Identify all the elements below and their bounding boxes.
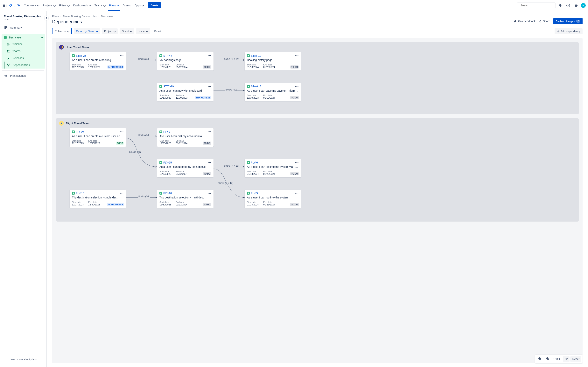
team-body: blocks (0d)blocks (+ < 1d)blocks (0d) ST… [56, 52, 579, 114]
breadcrumb-item[interactable]: Travel Booking Division plan [63, 15, 97, 18]
settings-icon[interactable] [573, 2, 579, 8]
review-count-badge: 2 [576, 20, 580, 23]
team-avatar: 🌙 [59, 45, 64, 50]
help-icon[interactable]: ? [565, 2, 571, 8]
issue-key[interactable]: STAY-7 [163, 54, 172, 57]
project-filter[interactable]: Project [102, 28, 118, 34]
card-menu-button[interactable]: ••• [120, 130, 124, 133]
reset-filters-button[interactable]: Reset [152, 28, 163, 34]
issue-filter[interactable]: Issue [136, 28, 150, 34]
issue-key[interactable]: FLY-6 [251, 161, 258, 164]
sidebar-item-dependencies[interactable]: Dependencies [4, 62, 45, 68]
review-changes-button[interactable]: Review changes 2 [553, 18, 583, 24]
jira-logo[interactable]: Jira [9, 3, 20, 8]
issue-card[interactable]: STAY-7 ••• My bookings page Start date 1… [157, 52, 214, 70]
nav-item-assets[interactable]: Assets [121, 2, 133, 8]
nav-item-filters[interactable]: Filters [57, 2, 71, 8]
start-date-value: 01/13/2024 [247, 66, 259, 68]
zoom-reset-button[interactable]: Reset [570, 356, 581, 362]
groupby-filter[interactable]: Group by: Team [74, 28, 100, 34]
team-name: Hotel Travel Team [66, 46, 89, 49]
nav-item-projects[interactable]: Projects [41, 2, 57, 8]
main-content: Plans / Travel Booking Division plan / B… [47, 11, 588, 367]
issue-key[interactable]: FLY-7 [163, 130, 170, 133]
issue-card[interactable]: FLY-6 ••• As a user I can log into the s… [245, 159, 301, 177]
card-menu-button[interactable]: ••• [295, 85, 299, 88]
breadcrumb-item[interactable]: Best case [101, 15, 113, 18]
issue-card[interactable]: FLY-14 ••• Trip destination selection - … [69, 190, 126, 208]
card-menu-button[interactable]: ••• [208, 130, 211, 133]
story-icon [159, 131, 162, 133]
svg-point-22 [9, 64, 10, 65]
nav-item-teams[interactable]: Teams [93, 2, 107, 8]
card-menu-button[interactable]: ••• [208, 161, 211, 164]
card-menu-button[interactable]: ••• [120, 54, 124, 57]
issue-key[interactable]: STAY-19 [163, 85, 174, 88]
user-avatar[interactable]: G [581, 3, 586, 8]
breadcrumb-item[interactable]: Plans [52, 15, 59, 18]
story-icon [247, 85, 250, 88]
start-date-value: 12/30/2023 [159, 66, 171, 68]
dependencies-canvas[interactable]: 🌙Hotel Travel Teamblocks (0d)blocks (+ <… [52, 38, 583, 363]
sidebar-item-scenario[interactable]: Best case [1, 34, 45, 41]
card-menu-button[interactable]: ••• [295, 54, 299, 57]
card-menu-button[interactable]: ••• [295, 192, 299, 195]
start-date-label: Start date [72, 201, 84, 203]
card-menu-button[interactable]: ••• [208, 54, 211, 57]
sidebar-item-summary[interactable]: Summary [1, 24, 45, 31]
notifications-icon[interactable] [557, 2, 563, 8]
sidebar-item-timeline[interactable]: Timeline [4, 41, 45, 48]
chevron-down-icon [117, 4, 119, 6]
add-dependency-button[interactable]: Add dependency [554, 28, 583, 34]
chevron-down-icon [41, 36, 43, 38]
issue-card[interactable]: FLY-24 ••• As a user I can create a cust… [69, 128, 126, 147]
sprint-filter[interactable]: Sprint [120, 28, 134, 34]
zoom-in-button[interactable] [544, 356, 551, 362]
issue-card[interactable]: FLY-7 ••• As I user I can edit my accoun… [157, 128, 214, 147]
zoom-fit-button[interactable]: Fit [563, 356, 570, 362]
zoom-out-button[interactable] [536, 356, 543, 362]
issue-card[interactable]: STAY-19 ••• As a user I can pay with cre… [157, 83, 214, 101]
chevron-down-icon [53, 4, 56, 6]
status-badge: TO DO [203, 172, 211, 175]
issue-key[interactable]: STAY-12 [251, 54, 261, 57]
sidebar-item-teams[interactable]: Teams [4, 48, 45, 55]
search-box[interactable] [517, 2, 556, 8]
give-feedback-button[interactable]: Give feedback [513, 19, 536, 23]
issue-key[interactable]: FLY-16 [163, 192, 172, 195]
issue-card[interactable]: FLY-9 ••• As a user I can log into the s… [245, 190, 301, 208]
issue-key[interactable]: FLY-14 [76, 192, 84, 195]
sidebar-item-releases[interactable]: Releases [4, 55, 45, 62]
issue-card[interactable]: STAY-12 ••• Booking history page Start d… [245, 52, 301, 70]
share-button[interactable]: Share [539, 20, 550, 23]
sidebar-footer-link[interactable]: Learn more about plans [1, 356, 45, 363]
issue-key[interactable]: FLY-24 [76, 130, 84, 133]
nav-item-plans[interactable]: Plans [107, 2, 121, 8]
nav-item-your-work[interactable]: Your work [22, 2, 41, 8]
issue-key[interactable]: FLY-9 [251, 192, 258, 195]
svg-text:?: ? [568, 4, 569, 7]
search-input[interactable] [520, 4, 554, 7]
nav-item-dashboards[interactable]: Dashboards [71, 2, 93, 8]
issue-card[interactable]: FLY-16 ••• Trip destination selection - … [157, 190, 214, 208]
create-button[interactable]: Create [148, 2, 161, 8]
issue-key[interactable]: FLY-25 [163, 161, 172, 164]
zoom-controls: 100% Fit Reset [535, 355, 583, 363]
zoom-value: 100% [552, 358, 562, 361]
start-date-label: Start date [159, 94, 171, 97]
issue-card[interactable]: FLY-25 ••• As a user I can update my log… [157, 159, 214, 177]
issue-key[interactable]: STAY-18 [251, 85, 261, 88]
card-menu-button[interactable]: ••• [208, 85, 211, 88]
sidebar-item-plan-settings[interactable]: Plan settings [1, 72, 45, 79]
card-menu-button[interactable]: ••• [208, 192, 211, 195]
issue-key[interactable]: STAY-25 [76, 54, 86, 57]
status-badge: TO DO [203, 66, 211, 68]
issue-card[interactable]: STAY-18 ••• As a user I can save my paym… [245, 83, 301, 101]
team-avatar: ✈ [59, 121, 64, 126]
issue-card[interactable]: STAY-25 ••• As a user I can create a boo… [69, 52, 126, 70]
rollup-filter[interactable]: Roll-up to [52, 28, 72, 34]
nav-item-apps[interactable]: Apps [133, 2, 146, 8]
card-menu-button[interactable]: ••• [120, 192, 124, 195]
app-switcher-icon[interactable] [2, 3, 7, 8]
card-menu-button[interactable]: ••• [295, 161, 299, 164]
